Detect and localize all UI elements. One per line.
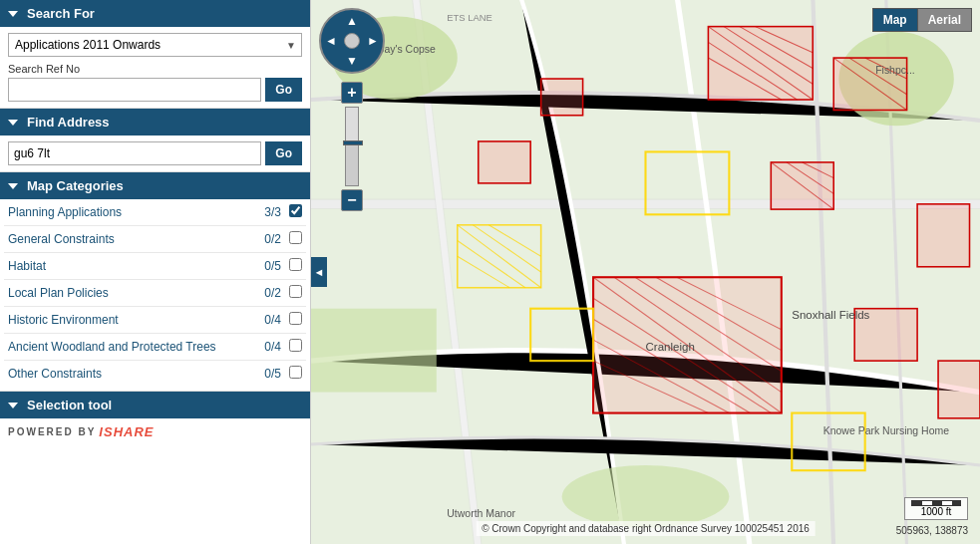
category-row: Historic Environment 0/4 [4,307,306,334]
map-categories-arrow [8,183,18,189]
find-address-section: Find Address Go [0,109,310,172]
aerial-view-button[interactable]: Aerial [917,8,972,32]
powered-text: POWERED BY [8,426,96,437]
find-address-title: Find Address [27,115,110,130]
svg-rect-5 [311,309,437,393]
ref-input[interactable] [8,78,261,102]
svg-rect-42 [541,79,583,116]
svg-text:ETS LANE: ETS LANE [447,12,492,23]
category-row: Other Constraints 0/5 [4,361,306,388]
pan-right-button[interactable]: ► [367,34,379,48]
app-type-dropdown-wrapper: Applications 2011 Onwards Applications P… [8,33,302,57]
category-name-2[interactable]: Habitat [4,253,256,280]
categories-body: Planning Applications 3/3 General Constr… [0,199,310,392]
selection-tool-header[interactable]: Selection tool [0,392,310,418]
search-for-arrow [8,11,18,17]
pan-control: ▲ ▼ ◄ ► [319,8,385,74]
powered-by: POWERED BY iShare [0,418,310,445]
svg-text:Fishpc...: Fishpc... [875,65,915,76]
category-name-6[interactable]: Other Constraints [4,361,256,388]
svg-rect-41 [479,141,530,183]
app-type-select[interactable]: Applications 2011 Onwards Applications P… [8,33,302,57]
ref-label: Search Ref No [8,63,302,75]
category-checkbox-0[interactable] [285,199,306,226]
svg-text:Snoxhall Fields: Snoxhall Fields [792,309,869,321]
left-panel: Search For Applications 2011 Onwards App… [0,0,311,544]
map-toggle: Map Aerial [872,8,972,32]
ref-row: Go [8,78,302,102]
category-name-1[interactable]: General Constraints [4,226,256,253]
category-count-5: 0/4 [256,334,285,361]
zoom-out-button[interactable]: − [341,189,363,211]
category-checkbox-5[interactable] [285,334,306,361]
category-count-1: 0/2 [256,226,285,253]
svg-rect-40 [938,361,980,418]
selection-tool-section: Selection tool [0,392,310,418]
find-address-body: Go [0,136,310,172]
map-canvas[interactable]: Jay's Copse Fishpc... Cranleigh Snoxhall… [311,0,980,544]
search-for-body: Applications 2011 Onwards Applications P… [0,27,310,109]
category-checkbox-1[interactable] [285,226,306,253]
svg-text:Cranleigh: Cranleigh [646,341,695,353]
svg-text:Jay's Copse: Jay's Copse [379,44,436,55]
scale-bar: 1000 ft [904,497,968,520]
category-checkbox-6[interactable] [285,361,306,388]
category-name-5[interactable]: Ancient Woodland and Protected Trees [4,334,256,361]
pan-up-button[interactable]: ▲ [346,14,358,28]
category-checkbox-2[interactable] [285,253,306,280]
zoom-controls: + − [341,82,363,211]
category-checkbox-3[interactable] [285,280,306,307]
search-for-title: Search For [27,6,95,21]
map-attribution: © Crown Copyright and database right Ord… [476,521,816,536]
category-row: Planning Applications 3/3 [4,199,306,226]
categories-table: Planning Applications 3/3 General Constr… [4,199,306,387]
ref-go-button[interactable]: Go [265,78,302,102]
map-coords: 505963, 138873 [896,525,968,536]
address-go-button[interactable]: Go [265,141,302,165]
svg-text:Knowe Park Nursing Home: Knowe Park Nursing Home [823,425,949,436]
category-count-4: 0/4 [256,307,285,334]
zoom-handle[interactable] [343,140,363,145]
nav-controls: ▲ ▼ ◄ ► + − [319,8,385,211]
pan-center [344,33,360,49]
map-area: ◄ ▲ ▼ ◄ ► + − Map Aerial [311,0,980,544]
map-categories-title: Map Categories [27,178,124,193]
selection-tool-title: Selection tool [27,398,112,412]
map-categories-header[interactable]: Map Categories [0,172,310,199]
category-name-3[interactable]: Local Plan Policies [4,280,256,307]
selection-tool-arrow [8,403,18,408]
pan-down-button[interactable]: ▼ [346,54,358,68]
find-address-arrow [8,120,18,126]
category-count-3: 0/2 [256,280,285,307]
address-row: Go [8,141,302,165]
svg-point-6 [562,465,730,528]
category-row: General Constraints 0/2 [4,226,306,253]
category-count-6: 0/5 [256,361,285,388]
search-for-section: Search For Applications 2011 Onwards App… [0,0,310,109]
category-row: Habitat 0/5 [4,253,306,280]
svg-text:Utworth Manor: Utworth Manor [447,508,515,519]
svg-rect-38 [917,204,969,267]
zoom-bar-bg [346,142,358,185]
zoom-bar[interactable] [345,107,359,186]
category-name-4[interactable]: Historic Environment [4,307,256,334]
address-input[interactable] [8,141,261,165]
category-count-2: 0/5 [256,253,285,280]
category-row: Local Plan Policies 0/2 [4,280,306,307]
find-address-header[interactable]: Find Address [0,109,310,136]
category-row: Ancient Woodland and Protected Trees 0/4 [4,334,306,361]
category-count-0: 3/3 [256,199,285,226]
ishare-brand: iShare [99,424,154,439]
zoom-in-button[interactable]: + [341,82,363,104]
collapse-panel-button[interactable]: ◄ [311,257,327,287]
pan-left-button[interactable]: ◄ [325,34,337,48]
map-view-button[interactable]: Map [872,8,917,32]
category-name-0[interactable]: Planning Applications [4,199,256,226]
category-checkbox-4[interactable] [285,307,306,334]
map-categories-section: Map Categories Planning Applications 3/3… [0,172,310,392]
scale-label: 1000 ft [921,506,952,517]
search-for-header[interactable]: Search For [0,0,310,27]
